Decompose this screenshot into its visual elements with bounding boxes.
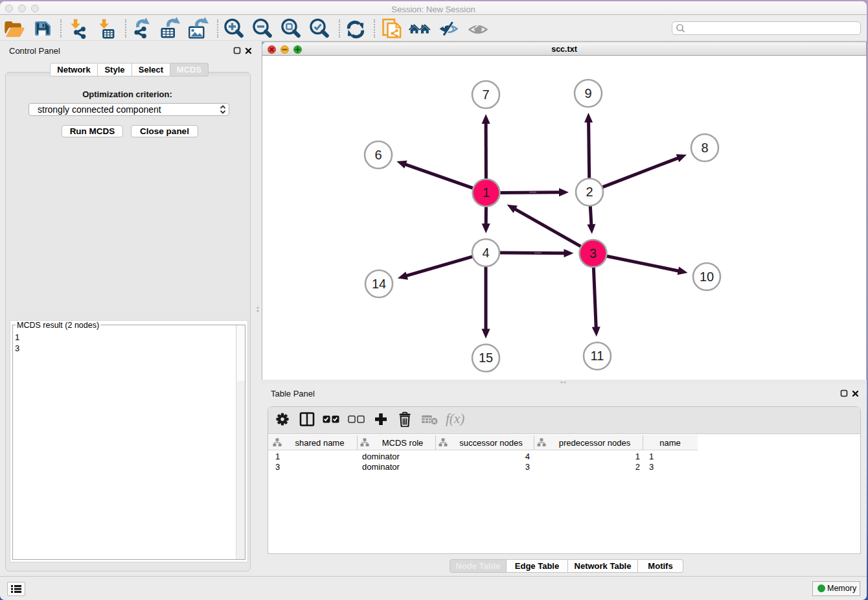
svg-text:15: 15 [479,351,493,365]
svg-text:8: 8 [701,141,708,155]
svg-text:4: 4 [482,246,489,260]
svg-text:14: 14 [372,277,386,291]
svg-text:3: 3 [589,246,597,260]
svg-text:9: 9 [584,86,591,100]
svg-text:2: 2 [586,185,593,199]
svg-text:10: 10 [700,270,714,284]
svg-text:6: 6 [374,148,382,162]
svg-text:1: 1 [483,185,490,200]
svg-text:7: 7 [482,87,489,102]
svg-text:11: 11 [591,349,604,363]
